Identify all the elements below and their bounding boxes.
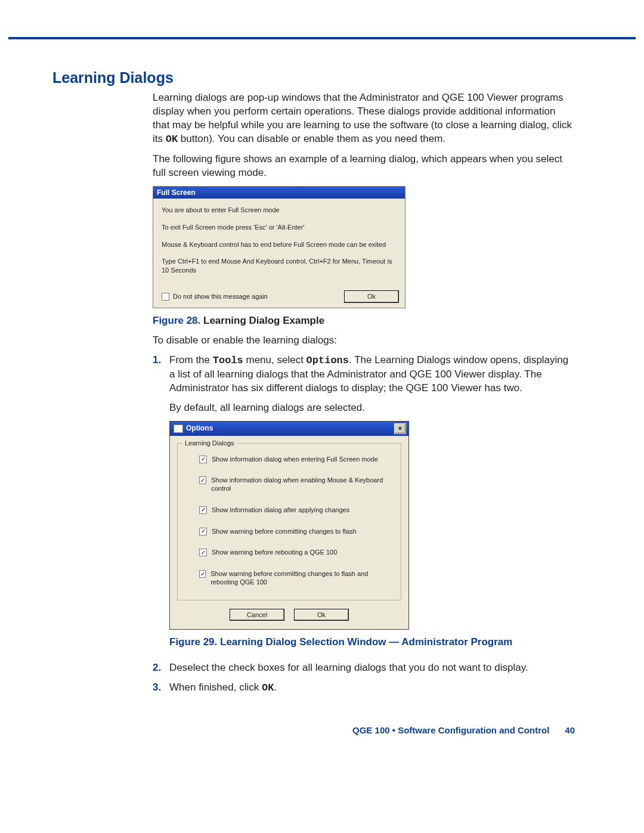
footer-page-number: 40 bbox=[565, 725, 575, 735]
option-row-5[interactable]: ✓ Show warning before committing changes… bbox=[199, 570, 391, 587]
fig28-text: Learning Dialog Example bbox=[200, 315, 324, 326]
option-row-3[interactable]: ✓ Show warning before committing changes… bbox=[199, 528, 391, 536]
option-row-2[interactable]: ✓ Show information dialog after applying… bbox=[199, 506, 391, 515]
dialog1-line1: You are about to enter Full Screen mode bbox=[162, 206, 397, 215]
close-icon[interactable]: × bbox=[394, 423, 406, 434]
checkbox-box[interactable] bbox=[162, 293, 169, 301]
step1-d: By default, all learning dialogs are sel… bbox=[169, 401, 575, 415]
options-mono: Options bbox=[306, 355, 349, 366]
dialog2-buttons: Cancel Ok bbox=[170, 605, 408, 630]
dialog1-body: You are about to enter Full Screen mode … bbox=[153, 199, 405, 288]
step1-text: From the Tools menu, select Options. The… bbox=[169, 354, 575, 656]
panel-legend: Learning Dialogs bbox=[182, 439, 237, 448]
step2-num: 2. bbox=[153, 661, 169, 675]
section-heading: Learning Dialogs bbox=[52, 69, 575, 86]
step1-num: 1. bbox=[153, 354, 169, 656]
option-label-2: Show information dialog after applying c… bbox=[212, 506, 349, 515]
checkbox-3[interactable]: ✓ bbox=[199, 528, 207, 535]
step-1: 1. From the Tools menu, select Options. … bbox=[153, 354, 575, 656]
dialog1-titlebar: Full Screen bbox=[153, 187, 405, 199]
option-label-0: Show information dialog when entering Fu… bbox=[212, 456, 378, 464]
tools-mono: Tools bbox=[213, 355, 243, 366]
dialog1-ok-button[interactable]: Ok bbox=[344, 290, 399, 303]
fig28-num: Figure 28. bbox=[153, 315, 200, 326]
step-3: 3. When finished, click OK. bbox=[153, 681, 575, 695]
option-row-0[interactable]: ✓ Show information dialog when entering … bbox=[199, 456, 391, 464]
checkbox-label: Do not show this message again bbox=[173, 292, 268, 301]
footer-text: QGE 100 • Software Configuration and Con… bbox=[352, 725, 549, 735]
checkbox-4[interactable]: ✓ bbox=[199, 549, 207, 556]
cancel-button[interactable]: Cancel bbox=[230, 609, 284, 621]
step1-a: From the bbox=[169, 354, 213, 366]
checkbox-5[interactable]: ✓ bbox=[199, 570, 206, 578]
dialog1-line2: To exit Full Screen mode press 'Esc' or … bbox=[162, 223, 397, 232]
intro-para-1: Learning dialogs are pop-up windows that… bbox=[153, 91, 575, 147]
step-2: 2. Deselect the check boxes for all lear… bbox=[153, 661, 575, 675]
figure-29-caption: Figure 29. Learning Dialog Selection Win… bbox=[169, 636, 575, 649]
ok-mono: OK bbox=[166, 134, 178, 145]
learning-dialogs-panel: Learning Dialogs ✓ Show information dial… bbox=[177, 443, 401, 600]
step3-ok: OK bbox=[262, 682, 274, 693]
dialog1-line4: Type Ctrl+F1 to end Mouse And Keyboard c… bbox=[162, 257, 397, 275]
option-label-4: Show warning before rebooting a QGE 100 bbox=[212, 549, 337, 557]
option-row-4[interactable]: ✓ Show warning before rebooting a QGE 10… bbox=[199, 549, 391, 557]
step3-b: . bbox=[274, 682, 277, 693]
checkbox-0[interactable]: ✓ bbox=[199, 456, 207, 463]
app-icon bbox=[174, 425, 183, 433]
step1-b: menu, select bbox=[243, 354, 306, 366]
page-footer: QGE 100 • Software Configuration and Con… bbox=[0, 725, 644, 753]
checkbox-2[interactable]: ✓ bbox=[199, 506, 207, 514]
dialog1-footer: Do not show this message again Ok bbox=[153, 288, 405, 308]
option-label-5: Show warning before committing changes t… bbox=[210, 570, 391, 587]
step2-text: Deselect the check boxes for all learnin… bbox=[169, 661, 575, 675]
page-content: Learning Dialogs Learning dialogs are po… bbox=[0, 39, 644, 725]
intro-para-2: The following figure shows an example of… bbox=[153, 153, 575, 180]
figure-28-caption: Figure 28. Learning Dialog Example bbox=[153, 314, 575, 328]
step3-num: 3. bbox=[153, 681, 169, 695]
fig29-text: Learning Dialog Selection Window — Admin… bbox=[220, 636, 512, 648]
steps-list: 1. From the Tools menu, select Options. … bbox=[153, 354, 575, 695]
body-column: Learning dialogs are pop-up windows that… bbox=[153, 91, 575, 695]
step3-a: When finished, click bbox=[169, 682, 262, 693]
option-label-3: Show warning before committing changes t… bbox=[212, 528, 357, 536]
fig29-num: Figure 29. bbox=[169, 636, 220, 648]
ok-button[interactable]: Ok bbox=[294, 609, 349, 621]
checkbox-1[interactable]: ✓ bbox=[199, 476, 206, 484]
do-not-show-checkbox[interactable]: Do not show this message again bbox=[162, 292, 268, 301]
full-screen-dialog: Full Screen You are about to enter Full … bbox=[153, 186, 405, 308]
options-dialog: Options × Learning Dialogs ✓ Show inform… bbox=[169, 421, 409, 630]
para3: To disable or enable the learning dialog… bbox=[153, 334, 575, 348]
option-label-1: Show information dialog when enabling Mo… bbox=[211, 476, 391, 493]
option-row-1[interactable]: ✓ Show information dialog when enabling … bbox=[199, 476, 391, 493]
para1-c: button). You can disable or enable them … bbox=[178, 133, 445, 144]
dialog2-titlebar: Options × bbox=[170, 422, 408, 436]
dialog1-line3: Mouse & Keyboard control has to end befo… bbox=[162, 240, 397, 249]
dialog2-title: Options bbox=[186, 423, 213, 433]
step3-text: When finished, click OK. bbox=[169, 681, 575, 695]
